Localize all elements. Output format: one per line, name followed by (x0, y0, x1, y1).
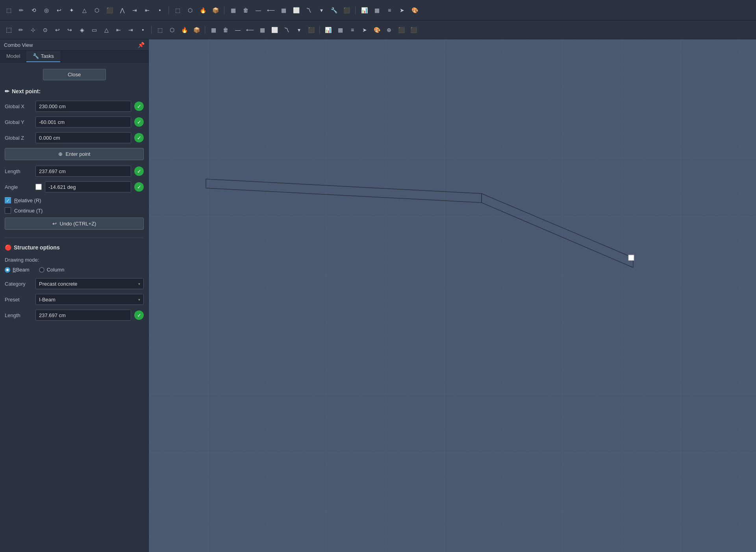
global-y-input[interactable] (35, 116, 131, 127)
toolbar-lines-icon[interactable]: ≡ (384, 5, 395, 16)
tool-view1[interactable]: ⬚ (154, 24, 165, 35)
category-label: Category (5, 281, 32, 287)
tool-struct2[interactable]: ▦ (335, 24, 346, 35)
toolbar-chart-icon[interactable]: 📊 (359, 5, 370, 16)
main-area: Combo View 📌 Model 🔧 Tasks Close ✏ Next … (0, 39, 756, 552)
angle-row: Angle ✓ (5, 181, 144, 192)
tool-b2[interactable]: ⇥ (125, 24, 136, 35)
tool-struct7[interactable]: ⬛ (396, 24, 407, 35)
toolbar-icon-3[interactable]: ⟲ (28, 5, 39, 16)
relative-checkbox[interactable]: ✓ (5, 197, 11, 203)
tool-view2[interactable]: ⬡ (167, 24, 178, 35)
tool-struct3[interactable]: ≡ (347, 24, 358, 35)
beam-radio-option[interactable]: BBeam (5, 267, 30, 273)
toolbar-icon-4[interactable]: ◎ (41, 5, 52, 16)
toolbar-square-icon[interactable]: ⬜ (291, 5, 302, 16)
tab-tasks[interactable]: 🔧 Tasks (26, 51, 60, 62)
category-dropdown[interactable]: Precast concrete ▾ (35, 278, 144, 289)
toolbar-box-icon[interactable]: ⬚ (172, 5, 183, 16)
global-z-input[interactable] (35, 132, 131, 143)
tool-arch6[interactable]: ⬜ (269, 24, 280, 35)
tool-struct5[interactable]: 🎨 (371, 24, 382, 35)
tool-rect[interactable]: ▭ (89, 24, 100, 35)
tool-pencil[interactable]: ✏ (15, 24, 26, 35)
toolbar-icon-9[interactable]: ⬛ (104, 5, 115, 16)
tool-view4[interactable]: 📦 (191, 24, 202, 35)
tool-select[interactable]: ⬚ (3, 24, 14, 35)
struct-length-input[interactable] (35, 310, 131, 321)
length-input[interactable] (35, 166, 131, 177)
tool-redo[interactable]: ↪ (64, 24, 75, 35)
toolbar-pkg-icon[interactable]: 📦 (210, 5, 221, 16)
tool-struct1[interactable]: 📊 (322, 24, 334, 35)
continue-checkbox[interactable] (5, 207, 11, 214)
angle-input[interactable] (45, 181, 131, 192)
top-toolbar: ⬚ ✏ ⟲ ◎ ↩ ✦ △ ⬡ ⬛ ⋀ ⇥ ⇤ • ⬚ ⬡ 🔥 📦 ▦ 🗑 — … (0, 0, 756, 20)
tool-shape[interactable]: ◈ (76, 24, 87, 35)
tool-b1[interactable]: ⇤ (113, 24, 124, 35)
toolbar-wrench-icon[interactable]: 🔧 (328, 5, 339, 16)
svg-marker-2 (206, 179, 482, 203)
column-radio-option[interactable]: Column (39, 267, 65, 273)
global-z-row: Global Z ✓ (5, 132, 144, 143)
left-panel: Combo View 📌 Model 🔧 Tasks Close ✏ Next … (0, 39, 149, 552)
tool-struct8[interactable]: ⬛ (408, 24, 419, 35)
tool-arch2[interactable]: 🗑 (220, 24, 231, 35)
tool-view3[interactable]: 🔥 (179, 24, 190, 35)
tab-model[interactable]: Model (0, 51, 26, 62)
beam-radio[interactable] (5, 267, 10, 273)
preset-dropdown[interactable]: I-Beam ▾ (35, 294, 144, 305)
global-y-label: Global Y (5, 119, 32, 125)
toolbar-dash-icon[interactable]: — (253, 5, 264, 16)
tool-arch3[interactable]: — (232, 24, 243, 35)
sep-2c (319, 26, 320, 34)
tool-dropdown2[interactable]: ▾ (293, 24, 304, 35)
tool-col1[interactable]: ⬛ (306, 24, 317, 35)
toolbar-icon-5[interactable]: ↩ (54, 5, 65, 16)
tool-arch5[interactable]: ▦ (257, 24, 268, 35)
tool-undo[interactable]: ↩ (52, 24, 63, 35)
toolbar-del-icon[interactable]: 🗑 (240, 5, 251, 16)
toolbar-column-icon[interactable]: ⬛ (341, 5, 352, 16)
toolbar-icon-6[interactable]: ✦ (66, 5, 77, 16)
tool-tri[interactable]: △ (101, 24, 112, 35)
toolbar-icon-12[interactable]: ⇤ (142, 5, 153, 16)
toolbar-hash-icon[interactable]: ▦ (278, 5, 289, 16)
enter-point-button[interactable]: ⊕ Enter point (5, 148, 144, 160)
tool-rotate[interactable]: ⊙ (40, 24, 51, 35)
tool-dot[interactable]: • (137, 24, 148, 35)
toolbar-pointer-icon[interactable]: ➤ (397, 5, 408, 16)
toolbar-dropdown-arrow[interactable]: ▾ (316, 5, 327, 16)
toolbar-paint-icon[interactable]: 🎨 (409, 5, 420, 16)
viewport[interactable] (149, 39, 756, 552)
tool-arch4[interactable]: ⟵ (245, 24, 256, 35)
toolbar-wave-icon[interactable]: 〽 (303, 5, 314, 16)
toolbar-icon-7[interactable]: △ (79, 5, 90, 16)
toolbar-icon-8[interactable]: ⬡ (91, 5, 102, 16)
tool-struct4[interactable]: ➤ (359, 24, 370, 35)
length-label: Length (5, 168, 32, 174)
tool-struct6[interactable]: ⊕ (384, 24, 395, 35)
enter-point-icon: ⊕ (58, 151, 63, 157)
toolbar-dot[interactable]: • (154, 5, 165, 16)
toolbar-arrow-icon[interactable]: ⟵ (265, 5, 276, 16)
toolbar-table-icon[interactable]: ▦ (371, 5, 382, 16)
toolbar-grid-icon[interactable]: ▦ (228, 5, 239, 16)
toolbar-icon-10[interactable]: ⋀ (117, 5, 128, 16)
toolbar-hex-icon[interactable]: ⬡ (185, 5, 196, 16)
global-z-check: ✓ (134, 133, 144, 142)
angle-checkbox[interactable] (35, 184, 42, 190)
toolbar-icon-1[interactable]: ⬚ (3, 5, 14, 16)
toolbar-icon-11[interactable]: ⇥ (129, 5, 140, 16)
global-x-input[interactable] (35, 101, 131, 112)
toolbar-icon-2[interactable]: ✏ (16, 5, 27, 16)
tool-arch7[interactable]: 〽 (281, 24, 292, 35)
tab-model-label: Model (6, 53, 20, 59)
tool-arch1[interactable]: ▦ (208, 24, 219, 35)
undo-button[interactable]: ↩ Undo (CTRL+Z) (5, 218, 144, 230)
toolbar-fire-icon[interactable]: 🔥 (197, 5, 208, 16)
column-radio[interactable] (39, 267, 44, 273)
pin-button[interactable]: 📌 (138, 42, 145, 48)
close-button[interactable]: Close (43, 69, 106, 80)
tool-node[interactable]: ⊹ (28, 24, 39, 35)
